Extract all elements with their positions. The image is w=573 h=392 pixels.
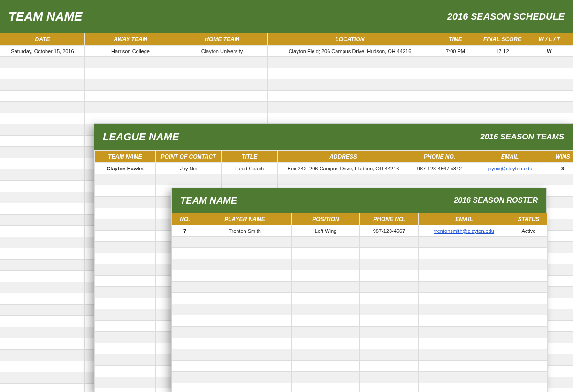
cell[interactable] bbox=[172, 315, 198, 327]
cell[interactable] bbox=[172, 248, 198, 259]
cell[interactable] bbox=[0, 350, 85, 361]
cell[interactable] bbox=[172, 237, 198, 248]
cell[interactable] bbox=[550, 242, 573, 253]
cell[interactable] bbox=[0, 57, 85, 68]
cell[interactable] bbox=[0, 113, 85, 124]
cell[interactable] bbox=[360, 237, 419, 248]
cell[interactable] bbox=[268, 68, 432, 79]
cell[interactable] bbox=[95, 264, 156, 276]
cell[interactable] bbox=[360, 372, 419, 383]
cell[interactable] bbox=[198, 270, 292, 282]
cell[interactable] bbox=[432, 113, 479, 124]
cell[interactable] bbox=[292, 372, 360, 383]
cell[interactable] bbox=[510, 372, 548, 383]
cell[interactable] bbox=[0, 181, 85, 192]
col-email[interactable]: EMAIL bbox=[419, 213, 510, 225]
cell[interactable] bbox=[198, 372, 292, 383]
col-wlt[interactable]: W / L / T bbox=[526, 33, 573, 46]
cell[interactable] bbox=[0, 124, 85, 136]
col-date[interactable]: DATE bbox=[0, 33, 85, 46]
col-position[interactable]: POSITION bbox=[292, 213, 360, 225]
cell[interactable] bbox=[550, 388, 573, 392]
cell[interactable] bbox=[0, 68, 85, 79]
cell[interactable] bbox=[0, 79, 85, 91]
cell[interactable] bbox=[526, 68, 573, 79]
cell[interactable] bbox=[198, 338, 292, 349]
cell[interactable] bbox=[432, 91, 479, 102]
cell[interactable] bbox=[0, 203, 85, 215]
table-row[interactable] bbox=[172, 372, 548, 383]
cell-wins[interactable]: 3 bbox=[550, 163, 573, 174]
cell[interactable] bbox=[550, 185, 573, 197]
cell[interactable] bbox=[85, 91, 176, 102]
cell[interactable] bbox=[176, 113, 268, 124]
col-no[interactable]: NO. bbox=[172, 213, 198, 225]
cell[interactable] bbox=[360, 248, 419, 259]
cell[interactable] bbox=[0, 271, 85, 282]
cell[interactable] bbox=[550, 264, 573, 276]
table-row[interactable]: Saturday, October 15, 2016Harrison Colle… bbox=[0, 46, 573, 57]
cell[interactable] bbox=[198, 315, 292, 327]
cell[interactable] bbox=[510, 237, 548, 248]
cell[interactable] bbox=[268, 79, 432, 91]
cell-away[interactable]: Harrison College bbox=[85, 46, 176, 57]
cell[interactable] bbox=[510, 259, 548, 270]
cell[interactable] bbox=[95, 309, 156, 321]
cell-time[interactable]: 7:00 PM bbox=[432, 46, 479, 57]
cell[interactable] bbox=[0, 169, 85, 181]
cell[interactable] bbox=[419, 327, 510, 338]
cell[interactable] bbox=[479, 91, 526, 102]
cell[interactable] bbox=[0, 226, 85, 237]
cell[interactable] bbox=[292, 259, 360, 270]
cell-address[interactable]: Box 242, 206 Campus Drive, Hudson, OH 44… bbox=[278, 163, 409, 174]
cell[interactable] bbox=[432, 102, 479, 113]
cell[interactable] bbox=[292, 270, 360, 282]
cell[interactable] bbox=[550, 354, 573, 366]
cell[interactable] bbox=[510, 248, 548, 259]
col-poc[interactable]: POINT OF CONTACT bbox=[156, 151, 222, 163]
cell[interactable] bbox=[0, 136, 85, 147]
col-location[interactable]: LOCATION bbox=[268, 33, 432, 46]
cell[interactable] bbox=[432, 68, 479, 79]
cell[interactable] bbox=[292, 315, 360, 327]
cell[interactable] bbox=[0, 361, 85, 372]
cell[interactable] bbox=[360, 270, 419, 282]
cell[interactable] bbox=[0, 237, 85, 248]
cell-email[interactable]: trentonsmith@clayton.edu bbox=[419, 225, 510, 237]
cell[interactable] bbox=[172, 270, 198, 282]
table-row[interactable] bbox=[172, 383, 548, 392]
cell[interactable] bbox=[95, 208, 156, 219]
cell[interactable] bbox=[95, 242, 156, 253]
cell[interactable] bbox=[95, 321, 156, 332]
cell[interactable] bbox=[526, 79, 573, 91]
cell[interactable] bbox=[268, 113, 432, 124]
cell-location[interactable]: Clayton Field; 206 Campus Drive, Hudson,… bbox=[268, 46, 432, 57]
cell[interactable] bbox=[95, 377, 156, 388]
cell-email[interactable]: joynix@clayton.edu bbox=[470, 163, 550, 174]
cell[interactable] bbox=[0, 282, 85, 293]
cell[interactable] bbox=[479, 68, 526, 79]
table-row[interactable] bbox=[0, 102, 573, 113]
cell[interactable] bbox=[198, 349, 292, 361]
cell[interactable] bbox=[198, 259, 292, 270]
col-time[interactable]: TIME bbox=[432, 33, 479, 46]
cell[interactable] bbox=[526, 113, 573, 124]
cell[interactable] bbox=[479, 102, 526, 113]
cell[interactable] bbox=[550, 219, 573, 231]
cell[interactable] bbox=[176, 57, 268, 68]
table-row[interactable] bbox=[0, 79, 573, 91]
email-link[interactable]: trentonsmith@clayton.edu bbox=[434, 228, 494, 234]
cell[interactable] bbox=[510, 270, 548, 282]
cell[interactable] bbox=[550, 253, 573, 264]
cell[interactable] bbox=[292, 237, 360, 248]
col-away[interactable]: AWAY TEAM bbox=[85, 33, 176, 46]
cell[interactable] bbox=[360, 315, 419, 327]
table-row[interactable] bbox=[172, 270, 548, 282]
cell[interactable] bbox=[432, 79, 479, 91]
cell[interactable] bbox=[95, 332, 156, 343]
cell[interactable] bbox=[360, 293, 419, 304]
col-home[interactable]: HOME TEAM bbox=[176, 33, 268, 46]
cell[interactable] bbox=[510, 282, 548, 293]
cell[interactable] bbox=[419, 282, 510, 293]
cell[interactable] bbox=[526, 91, 573, 102]
